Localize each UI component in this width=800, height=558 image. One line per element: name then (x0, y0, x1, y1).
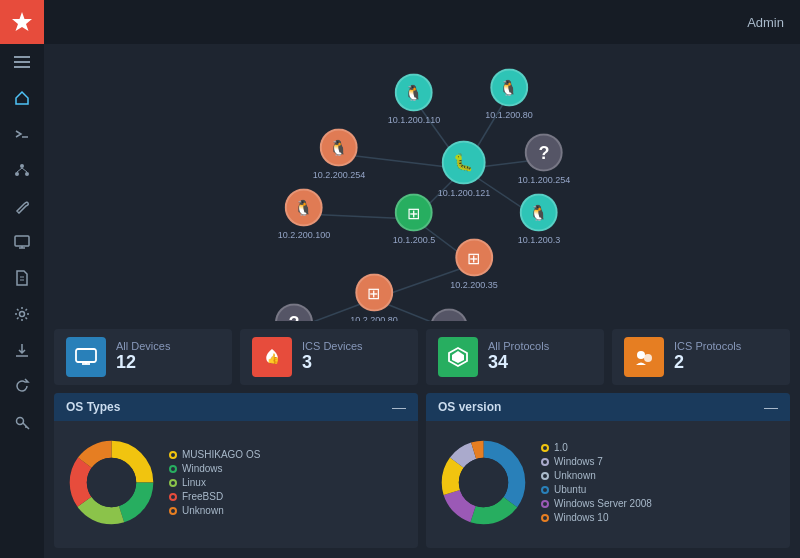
stat-icon-ics-protocols (624, 337, 664, 377)
node-10-1-200-121[interactable]: 🐛 10.1.200.121 (438, 141, 491, 198)
legend-item-win-server-2008: Windows Server 2008 (541, 498, 652, 509)
stat-value-ics-devices: 3 (302, 352, 363, 374)
node-icon: ⊞ (455, 239, 493, 277)
chart-os-types-title: OS Types (66, 400, 120, 414)
stat-card-all-protocols[interactable]: All Protocols 34 (426, 329, 604, 385)
stat-label-all-protocols: All Protocols (488, 340, 549, 352)
sidebar-icon-dashboard[interactable] (0, 80, 44, 116)
sidebar-icon-tools[interactable] (0, 188, 44, 224)
legend-dot (541, 486, 549, 494)
os-version-legend: 1.0 Windows 7 Unknown Ubuntu (541, 442, 652, 523)
logo (0, 0, 44, 44)
node-10-2-200-35[interactable]: ⊞ 10.2.200.35 (450, 239, 498, 290)
sidebar-icon-terminal[interactable] (0, 116, 44, 152)
os-version-donut (436, 435, 531, 530)
legend-dot (541, 444, 549, 452)
legend-item-mushikago: MUSHIKAGO OS (169, 449, 260, 460)
node-10-2-200-80[interactable]: ⊞ 10.2.200.80 (350, 274, 398, 322)
svg-point-55 (459, 458, 508, 507)
node-icon: 🐧 (395, 74, 433, 112)
node-icon: ? (275, 304, 313, 322)
legend-item-linux: Linux (169, 477, 260, 488)
stat-label-ics-protocols: ICS Protocols (674, 340, 741, 352)
legend-item-freebsd: FreeBSD (169, 491, 260, 502)
legend-dot (169, 451, 177, 459)
admin-label: Admin (747, 15, 784, 30)
legend-dot (541, 472, 549, 480)
svg-text:🐧: 🐧 (499, 79, 518, 97)
legend-item-unknown-ver: Unknown (541, 470, 652, 481)
svg-point-17 (17, 418, 24, 425)
sidebar-icon-file[interactable] (0, 260, 44, 296)
svg-rect-3 (14, 66, 30, 68)
legend-label: MUSHIKAGO OS (182, 449, 260, 460)
legend-label: Windows (182, 463, 223, 474)
stat-card-ics-devices[interactable]: 👍 ICS Devices 3 (240, 329, 418, 385)
legend-dot (541, 514, 549, 522)
stat-card-ics-protocols[interactable]: ICS Protocols 2 (612, 329, 790, 385)
legend-dot (169, 479, 177, 487)
node-10-2-200-100[interactable]: 🐧 10.2.200.100 (278, 189, 331, 240)
svg-point-7 (25, 172, 29, 176)
legend-label: Unknown (554, 470, 596, 481)
node-10-2-200-254[interactable]: 🐧 10.2.200.254 (313, 129, 366, 180)
stat-icon-ics-devices: 👍 (252, 337, 292, 377)
stat-value-all-devices: 12 (116, 352, 170, 374)
legend-dot (169, 507, 177, 515)
chart-os-types-minimize[interactable]: — (392, 399, 406, 415)
stat-icon-all-devices (66, 337, 106, 377)
stat-text-all-devices: All Devices 12 (116, 340, 170, 374)
node-icon: 🐧 (520, 194, 558, 232)
legend-label: Linux (182, 477, 206, 488)
node-label: 10.2.200.80 (350, 315, 398, 322)
legend-label: 1.0 (554, 442, 568, 453)
node-10-1-200-80[interactable]: 🐧 10.1.200.80 (485, 69, 533, 120)
node-label: 10.1.200.121 (438, 188, 491, 198)
node-label: 10.1.200.254 (518, 175, 571, 185)
os-types-donut (64, 435, 159, 530)
charts-bar: OS Types — (44, 393, 800, 558)
topbar: Admin (44, 0, 800, 44)
node-icon: 🐧 (285, 189, 323, 227)
legend-dot (169, 465, 177, 473)
chart-os-types-header: OS Types — (54, 393, 418, 421)
sidebar-icon-settings[interactable] (0, 296, 44, 332)
stats-bar: All Devices 12 👍 ICS Devices 3 All Proto… (44, 321, 800, 393)
node-icon: ⊞ (395, 194, 433, 232)
svg-line-8 (17, 168, 22, 172)
node-icon: ⊞ (355, 274, 393, 312)
sidebar-icon-monitor[interactable] (0, 224, 44, 260)
svg-text:👍: 👍 (267, 352, 280, 365)
chart-os-version-body: 1.0 Windows 7 Unknown Ubuntu (426, 421, 790, 544)
chart-os-types-body: MUSHIKAGO OS Windows Linux FreeBSD (54, 421, 418, 544)
chart-os-version-minimize[interactable]: — (764, 399, 778, 415)
sidebar-icon-download[interactable] (0, 332, 44, 368)
network-map[interactable]: 🐧 10.1.200.110 🐧 10.1.200.80 🐧 10.2.200.… (44, 44, 800, 321)
node-icon: 🐧 (320, 129, 358, 167)
legend-label: Windows 7 (554, 456, 603, 467)
legend-dot (169, 493, 177, 501)
legend-item-win10: Windows 10 (541, 512, 652, 523)
os-version-donut-svg (436, 435, 531, 530)
node-unknown[interactable]: ? (430, 309, 468, 322)
legend-item-1-0: 1.0 (541, 442, 652, 453)
sidebar-icon-refresh[interactable] (0, 368, 44, 404)
node-10-2-0-1[interactable]: ? 10.2.0.1 (275, 304, 313, 322)
hamburger-button[interactable] (0, 44, 44, 80)
node-icon: ? (525, 134, 563, 172)
legend-label: Unknown (182, 505, 224, 516)
node-label: 10.1.200.110 (388, 115, 441, 125)
stat-card-all-devices[interactable]: All Devices 12 (54, 329, 232, 385)
node-10-1-200-5[interactable]: ⊞ 10.1.200.5 (393, 194, 436, 245)
node-10-1-200-110[interactable]: 🐧 10.1.200.110 (388, 74, 441, 125)
node-10-1-200-254[interactable]: ? 10.1.200.254 (518, 134, 571, 185)
node-label: 10.1.200.5 (393, 235, 436, 245)
svg-text:🐧: 🐧 (529, 204, 548, 222)
legend-label: Windows Server 2008 (554, 498, 652, 509)
node-10-1-200-3[interactable]: 🐧 10.1.200.3 (518, 194, 561, 245)
node-icon: 🐛 (442, 141, 486, 185)
sidebar-icon-key[interactable] (0, 404, 44, 440)
main-content: Admin 🐧 10.1.200.110 🐧 (44, 0, 800, 558)
sidebar-icon-network[interactable] (0, 152, 44, 188)
legend-item-ubuntu: Ubuntu (541, 484, 652, 495)
